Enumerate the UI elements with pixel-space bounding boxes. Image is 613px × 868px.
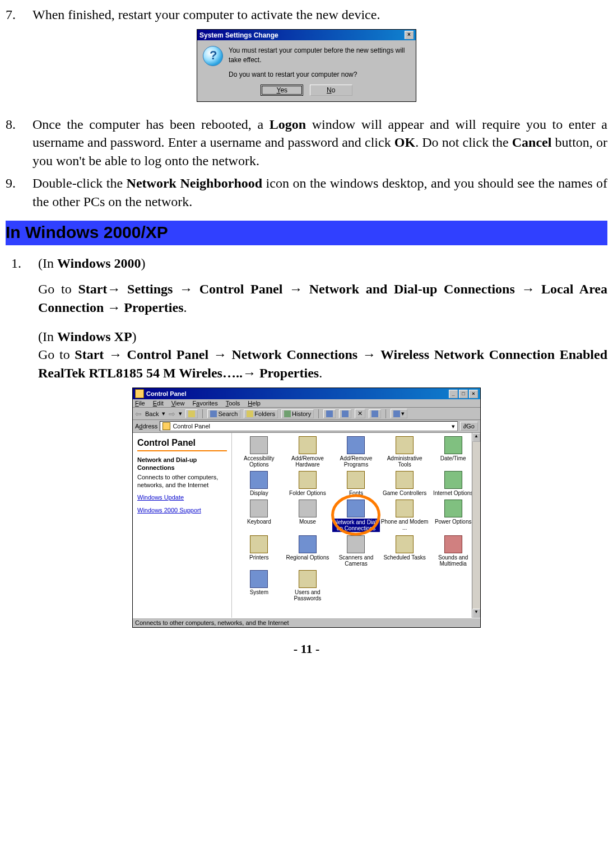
tool-icon xyxy=(371,410,378,417)
cp-item-label: Mouse xyxy=(299,519,316,525)
cp-item[interactable]: Administrative Tools xyxy=(381,436,429,468)
dialog-title: System Settings Change xyxy=(199,31,278,39)
cp-item[interactable]: Regional Options xyxy=(284,535,332,567)
tool-btn-1[interactable] xyxy=(323,409,336,418)
cp-item-icon xyxy=(299,471,317,489)
cp-item-label: Users and Passwords xyxy=(284,589,332,601)
cp-item-label: Game Controllers xyxy=(383,490,426,496)
cp-item-label: Folder Options xyxy=(289,490,326,496)
cp-item[interactable]: Power Options xyxy=(429,500,477,532)
maximize-button[interactable]: □ xyxy=(459,390,468,398)
scroll-up-button[interactable]: ▲ xyxy=(472,433,480,442)
history-button[interactable]: History xyxy=(281,409,314,418)
cp-item[interactable]: Network and Dial-up Connections xyxy=(332,500,380,532)
windows-2000-support-link[interactable]: Windows 2000 Support xyxy=(137,506,227,514)
cp-item-icon xyxy=(250,471,268,489)
address-dropdown-icon[interactable]: ▾ xyxy=(452,423,455,430)
question-icon xyxy=(203,46,223,66)
cp-item[interactable]: Internet Options xyxy=(429,471,477,496)
cp-item[interactable]: Add/Remove Programs xyxy=(332,436,380,468)
back-label[interactable]: Back xyxy=(145,410,159,417)
scroll-down-button[interactable]: ▼ xyxy=(472,609,480,618)
cp-item[interactable]: Scheduled Tasks xyxy=(381,535,429,567)
address-value: Control Panel xyxy=(173,423,210,430)
tool-btn-3[interactable]: ✕ xyxy=(355,409,365,418)
cp-statusbar: Connects to other computers, networks, a… xyxy=(133,618,480,627)
cp-item-icon xyxy=(444,500,462,517)
cp-item-icon xyxy=(444,471,462,489)
cp-item[interactable]: Phone and Modem ... xyxy=(381,500,429,532)
cp-scrollbar[interactable]: ▲ ▼ xyxy=(472,433,480,618)
cp-menubar: File Edit View Favorites Tools Help xyxy=(133,399,480,408)
tool-btn-4[interactable] xyxy=(369,409,381,418)
cp-item-label: Power Options xyxy=(435,519,472,525)
menu-file[interactable]: File xyxy=(135,400,145,407)
cp-item-label: Sounds and Multimedia xyxy=(429,554,477,567)
cp-item-icon xyxy=(250,500,268,517)
up-button[interactable] xyxy=(185,409,198,418)
address-field[interactable]: Control Panel ▾ xyxy=(160,421,458,431)
cp-item[interactable]: Mouse xyxy=(284,500,332,532)
cp-item[interactable]: Game Controllers xyxy=(381,471,429,496)
step-7: 7. When finished, restart your computer … xyxy=(6,6,607,24)
cp-item-label: Keyboard xyxy=(247,519,271,525)
tool-btn-2[interactable] xyxy=(339,409,351,418)
menu-edit[interactable]: Edit xyxy=(153,400,164,407)
close-icon[interactable]: × xyxy=(405,31,414,39)
forward-dropdown-icon[interactable]: ▾ xyxy=(179,410,182,417)
windows-update-link[interactable]: Windows Update xyxy=(137,493,227,501)
address-icon xyxy=(162,422,170,430)
step-1: 1. (In Windows 2000) xyxy=(11,254,607,272)
cp-item[interactable]: Sounds and Multimedia xyxy=(429,535,477,567)
cp-item-icon xyxy=(347,436,365,454)
folder-up-icon xyxy=(188,410,195,417)
step-9-text: Double-click the Network Neighborhood ic… xyxy=(32,174,607,211)
cp-item[interactable]: Scanners and Cameras xyxy=(332,535,380,567)
menu-favorites[interactable]: Favorites xyxy=(192,400,217,407)
no-button[interactable]: No xyxy=(310,85,352,96)
menu-tools[interactable]: Tools xyxy=(226,400,240,407)
toolbar-sep-2 xyxy=(318,409,319,418)
cp-item-icon xyxy=(396,500,414,517)
dialog-line2: Do you want to restart your computer now… xyxy=(229,70,410,79)
forward-arrow-icon[interactable]: ⇨ xyxy=(169,409,175,418)
menu-view[interactable]: View xyxy=(171,400,185,407)
close-button[interactable]: × xyxy=(469,390,478,398)
views-icon xyxy=(393,410,400,417)
views-button[interactable]: ▾ xyxy=(391,409,407,418)
go-button[interactable]: ∂Go xyxy=(460,422,478,431)
cp-window-buttons: _ □ × xyxy=(449,390,478,398)
tool-icon xyxy=(326,410,333,417)
step-1-wxp-head: (In Windows XP) xyxy=(38,328,607,346)
cp-item[interactable]: Accessibility Options xyxy=(235,436,283,468)
menu-help[interactable]: Help xyxy=(248,400,261,407)
cp-titlebar: Control Panel _ □ × xyxy=(133,388,480,399)
back-dropdown-icon[interactable]: ▾ xyxy=(162,410,165,417)
back-arrow-icon[interactable]: ⇦ xyxy=(135,409,142,418)
cp-item[interactable]: Users and Passwords xyxy=(284,570,332,601)
cp-content: Control Panel Network and Dial-up Connec… xyxy=(133,433,480,618)
cp-item-icon xyxy=(396,436,414,454)
dialog-buttons: Yes No xyxy=(197,82,416,101)
search-button[interactable]: Search xyxy=(207,409,240,418)
cp-item[interactable]: Folder Options xyxy=(284,471,332,496)
cp-item-icon xyxy=(250,535,268,553)
folders-button[interactable]: Folders xyxy=(244,409,278,418)
step-1-wxp-path: Go to Start → Control Panel → Network Co… xyxy=(38,346,607,382)
cp-item[interactable]: System xyxy=(235,570,283,601)
cp-item[interactable]: Fonts xyxy=(332,471,380,496)
minimize-button[interactable]: _ xyxy=(449,390,458,398)
yes-button[interactable]: Yes xyxy=(261,85,303,96)
cp-item-label: Internet Options xyxy=(433,490,473,496)
cp-item[interactable]: Printers xyxy=(235,535,283,567)
cp-item[interactable]: Display xyxy=(235,471,283,496)
dialog-figure: System Settings Change × You must restar… xyxy=(6,29,607,102)
cp-item-label: Display xyxy=(250,490,268,496)
cp-item[interactable]: Date/Time xyxy=(429,436,477,468)
cp-item[interactable]: Add/Remove Hardware xyxy=(284,436,332,468)
cp-item-icon xyxy=(299,436,317,454)
cp-right-pane: Accessibility OptionsAdd/Remove Hardware… xyxy=(232,433,480,618)
address-label: Address xyxy=(135,423,157,430)
dialog-titlebar: System Settings Change × xyxy=(197,30,416,40)
cp-item[interactable]: Keyboard xyxy=(235,500,283,532)
